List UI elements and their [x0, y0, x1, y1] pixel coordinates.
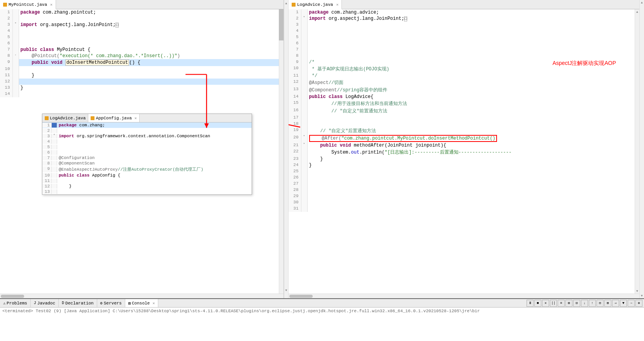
toolbar-btn-2[interactable]: ■	[534, 300, 541, 307]
popup-tab-logadvice[interactable]: LogAdvice.java	[42, 114, 88, 122]
tab-logadvice-close[interactable]: ✕	[336, 2, 338, 7]
line-number: 7	[0, 47, 12, 53]
bottom-tab-problems[interactable]: ⚠ Problems	[0, 299, 31, 307]
popup-linecontent: package com.zhang;	[57, 123, 105, 128]
line-mark	[301, 40, 307, 47]
line-content: }	[19, 72, 284, 79]
popup-tab-appconfig[interactable]: AppConfig.java ✕	[88, 114, 139, 122]
line-mark	[301, 127, 307, 135]
far-right-down[interactable]: ▼	[640, 294, 644, 297]
left-hscroll-thumb[interactable]	[1, 295, 24, 298]
popup-line: 13	[42, 189, 252, 194]
line-content: }	[307, 156, 639, 162]
line-mark	[301, 121, 307, 127]
table-row: 22 System.out.println("[日志输出]:---------后…	[289, 149, 639, 156]
left-hscroll-bar[interactable]	[0, 294, 284, 298]
editor-area: MyPointcut.java ✕ 1 package com.zhang.po…	[0, 0, 644, 298]
line-mark	[301, 206, 307, 212]
table-row: 11 */	[289, 73, 639, 79]
right-hscroll-thumb[interactable]	[289, 295, 313, 298]
table-row: 18	[289, 121, 639, 127]
table-row: 3	[289, 22, 639, 28]
line-mark	[301, 47, 307, 53]
right-code-container[interactable]: AspectJ注解驱动实现AOP 1 package com.zhang.adv…	[289, 9, 639, 294]
line-content: import org.aspectj.lang.JoinPoint;□	[307, 16, 639, 22]
console-tab-close[interactable]: ✕	[152, 301, 155, 306]
right-hscroll-bar[interactable]	[289, 294, 639, 298]
tab-mypointcut-label: MyPointcut.java	[9, 2, 47, 7]
popup-linecontent	[57, 128, 61, 133]
left-scrollbar[interactable]	[279, 9, 284, 294]
bottom-tab-javadoc[interactable]: J Javadoc	[31, 299, 59, 307]
line-mark	[301, 187, 307, 193]
tab-mypointcut-close[interactable]: ✕	[50, 2, 52, 7]
line-mark: *	[301, 16, 307, 22]
bottom-tab-problems-label: Problems	[7, 301, 27, 306]
line-number: 19	[289, 127, 301, 135]
toolbar-btn-4[interactable]: ||	[550, 300, 557, 307]
toolbar-btn-6[interactable]: ⊞	[565, 300, 572, 307]
popup-linemark	[52, 161, 57, 166]
line-mark	[301, 181, 307, 187]
table-row: 20 * @After("com.zhang.pointcut.MyPointc…	[289, 135, 639, 142]
toolbar-btn-10[interactable]: ⊡	[597, 300, 604, 307]
popup-line: 5	[42, 144, 252, 150]
far-right-scrollbar[interactable]: ▲ ▼	[639, 0, 644, 298]
java-file-icon-right	[292, 3, 296, 7]
line-content	[307, 168, 639, 175]
line-content	[307, 22, 639, 28]
up-arrow-icon[interactable]: ▲	[285, 2, 287, 5]
table-row: 28	[289, 187, 639, 193]
line-content: // "自定义"前置通知方法	[307, 107, 639, 115]
line-number: 11	[0, 72, 12, 79]
popup-line: 2	[42, 128, 252, 133]
line-number: 3	[289, 22, 301, 28]
toolbar-btn-9[interactable]: ↑	[589, 300, 596, 307]
toolbar-btn-1[interactable]: ⏸	[527, 300, 534, 307]
right-pane-scrollbar[interactable]: ▲ ▼	[635, 9, 639, 294]
toolbar-btn-12[interactable]: ⇒	[612, 300, 619, 307]
popup-line: 4	[42, 139, 252, 144]
line-number: 31	[289, 206, 301, 212]
popup-tab-bar: LogAdvice.java AppConfig.java ✕	[42, 114, 252, 122]
left-scrollbar-thumb[interactable]	[279, 9, 284, 40]
popup-linenum: 10	[42, 173, 52, 178]
far-right-up[interactable]: ▲	[640, 1, 644, 4]
left-code-container[interactable]: 1 package com.zhang.pointcut; 2 3 *	[0, 9, 284, 294]
toolbar-btn-13[interactable]: ▼	[620, 300, 627, 307]
popup-line: 7 @Configuration	[42, 155, 252, 161]
line-content: public class LogAdvice{	[307, 94, 639, 100]
tab-mypointcut[interactable]: MyPointcut.java ✕	[0, 0, 56, 9]
bottom-tab-servers-label: Servers	[104, 301, 122, 306]
bottom-tab-declaration[interactable]: D Declaration	[59, 299, 97, 307]
popup-tab-appconfig-close[interactable]: ✕	[135, 116, 137, 121]
bottom-tab-servers[interactable]: ⚙ Servers	[97, 299, 125, 307]
bottom-tab-console[interactable]: ▤ Console ✕	[125, 299, 158, 307]
toolbar-btn-5[interactable]: ≡	[558, 300, 565, 307]
table-row: 13 @Component//spring容器中的组件	[289, 86, 639, 94]
line-mark	[301, 34, 307, 40]
line-content: //用于连接目标方法和当前通知方法	[307, 100, 639, 107]
line-number: 3	[0, 22, 12, 28]
table-row: 1 package com.zhang.pointcut;	[0, 9, 284, 16]
toolbar-btn-11[interactable]: ⊠	[604, 300, 611, 307]
toolbar-btn-14[interactable]: →	[628, 300, 635, 307]
line-number: 18	[289, 121, 301, 127]
toolbar-btn-15[interactable]: ⊕	[635, 300, 642, 307]
popup-linemark	[52, 166, 57, 172]
right-scroll-up[interactable]: ▲	[635, 10, 639, 14]
toolbar-btn-3[interactable]: ✕	[542, 300, 549, 307]
line-number: 21	[289, 142, 301, 149]
line-number: 12	[0, 79, 12, 85]
table-row: 14	[0, 91, 284, 97]
right-scroll-down[interactable]: ▼	[635, 289, 639, 293]
line-mark	[301, 65, 307, 73]
line-content	[307, 40, 639, 47]
down-arrow-icon[interactable]: ▼	[285, 289, 287, 292]
line-content	[19, 40, 284, 47]
popup-linecontent	[57, 139, 61, 144]
toolbar-btn-7[interactable]: ⊟	[573, 300, 580, 307]
toolbar-btn-8[interactable]: ↓	[581, 300, 588, 307]
tab-logadvice[interactable]: LogAdvice.java ✕	[289, 0, 342, 9]
popup-linecontent: @EnableAspectJAutoProxy//注册AutoProxyCrea…	[57, 166, 203, 172]
